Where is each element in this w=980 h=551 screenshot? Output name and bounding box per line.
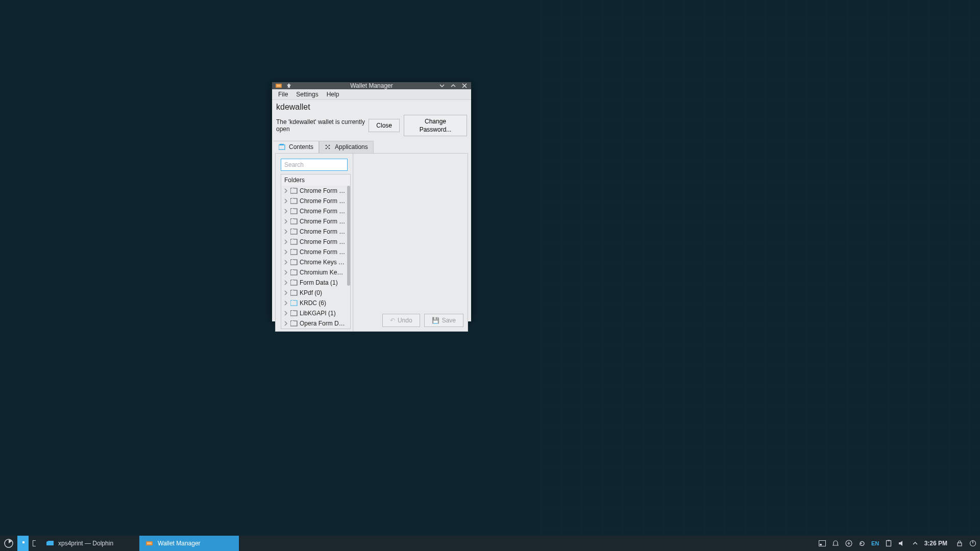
menu-file[interactable]: File [274,89,292,99]
folder-row[interactable]: Chrome Form Dat... [281,247,350,257]
folder-row[interactable]: Chrome Form Dat... [281,196,350,206]
folder-row[interactable]: Opera Form Data (... [281,318,350,329]
minimize-icon[interactable] [438,82,446,89]
search-input[interactable] [281,159,348,171]
folder-icon [290,239,298,245]
folder-row[interactable]: Chrome Form Dat... [281,216,350,227]
folders-tree[interactable]: Chrome Form Dat...Chrome Form Dat...Chro… [281,186,350,329]
svg-rect-18 [886,541,891,546]
folder-row[interactable]: KRDC (6) [281,298,350,308]
chevron-right-icon [283,280,288,285]
keyboard-layout[interactable]: EN [871,539,879,547]
folder-label: Opera Form Data (... [300,320,346,327]
volume-icon[interactable] [898,539,906,547]
chevron-right-icon [283,249,288,255]
tab-bar: Contents Applications [273,140,470,153]
folder-label: Chromium Keys (1) [300,269,346,276]
tab-content: Folders Chrome Form Dat...Chrome Form Da… [275,153,468,332]
folders-header: Folders [281,174,350,186]
tab-contents-label: Contents [289,143,313,151]
clock[interactable]: 3:26 PM [924,540,950,547]
svg-rect-12 [33,541,36,546]
clipboard-icon[interactable] [885,539,893,547]
svg-rect-3 [280,144,284,145]
menubar: File Settings Help [272,89,471,100]
chevron-right-icon [283,239,288,244]
applications-tab-icon [325,144,332,150]
folder-label: KRDC (6) [300,299,326,307]
pager-desktop-2[interactable] [29,536,40,551]
maximize-icon[interactable] [450,82,457,89]
folder-label: Chrome Form Dat... [300,197,346,205]
folder-icon [290,280,298,286]
menu-settings[interactable]: Settings [292,89,322,99]
folder-row[interactable]: Chrome Form Dat... [281,186,350,196]
svg-rect-1 [277,85,281,87]
folder-row[interactable]: Chrome Form Dat... [281,227,350,237]
folder-icon [290,249,298,255]
save-button[interactable]: 💾Save [424,314,463,327]
folder-icon [290,320,298,327]
scrollbar-thumb[interactable] [347,186,350,286]
folder-label: Chrome Form Dat... [300,248,346,256]
left-pane: Folders Chrome Form Dat...Chrome Form Da… [276,154,353,331]
close-icon[interactable] [461,82,468,89]
dolphin-icon [46,540,54,547]
desktop-wallpaper [541,0,980,551]
folder-icon [290,259,298,265]
folder-row[interactable]: KPdf (0) [281,288,350,298]
task-wallet-manager[interactable]: Wallet Manager [139,536,239,551]
folder-label: Chrome Form Dat... [300,208,346,215]
lock-icon[interactable] [955,539,964,547]
contents-tab-icon [279,144,286,150]
app-icon [275,82,282,89]
task-dolphin[interactable]: xps4print — Dolphin [40,536,139,551]
chevron-right-icon [283,300,288,306]
chevron-right-icon [283,188,288,193]
chevron-right-icon [283,219,288,224]
folder-row[interactable]: Chromium Keys (1) [281,267,350,278]
chevron-right-icon [283,260,288,265]
folder-label: Chrome Form Dat... [300,218,346,225]
right-pane: ↶Undo 💾Save [353,154,468,331]
show-desktop-icon[interactable] [818,539,826,547]
svg-point-4 [326,145,327,146]
folder-row[interactable]: Chrome Keys (1) [281,257,350,267]
svg-rect-2 [279,145,285,149]
folder-label: Chrome Keys (1) [300,259,346,266]
power-icon[interactable] [969,539,977,547]
chevron-right-icon [283,290,288,295]
folder-row[interactable]: Chrome Form Dat... [281,237,350,247]
folder-row[interactable]: Form Data (1) [281,278,350,288]
svg-rect-11 [22,541,24,543]
folder-icon [290,188,298,194]
tray-expand-icon[interactable] [911,539,919,547]
pin-icon[interactable] [285,82,292,89]
svg-point-5 [329,145,330,146]
wallet-manager-icon [145,540,154,547]
folder-icon [290,290,298,296]
tab-contents[interactable]: Contents [273,141,319,154]
tab-applications[interactable]: Applications [319,141,374,154]
updates-icon[interactable] [858,539,866,547]
start-button[interactable] [0,536,17,551]
chevron-right-icon [283,270,288,275]
menu-help[interactable]: Help [323,89,344,99]
close-button[interactable]: Close [369,119,400,132]
scrollbar[interactable] [347,186,350,329]
chevron-right-icon [283,229,288,234]
undo-button[interactable]: ↶Undo [382,314,420,327]
kde-connect-icon[interactable] [845,539,853,547]
chevron-right-icon [283,311,288,316]
folders-box: Folders Chrome Form Dat...Chrome Form Da… [281,174,351,329]
pager-desktop-1[interactable] [17,536,29,551]
status-text: The 'kdewallet' wallet is currently open [276,118,366,133]
folder-row[interactable]: LibKGAPI (1) [281,308,350,318]
titlebar[interactable]: Wallet Manager [272,82,471,89]
system-tray: EN 3:26 PM [815,536,980,551]
notifications-icon[interactable] [831,539,840,547]
save-icon: 💾 [432,317,439,324]
folder-icon [290,310,298,316]
change-password-button[interactable]: Change Password... [404,115,467,136]
folder-row[interactable]: Chrome Form Dat... [281,206,350,216]
